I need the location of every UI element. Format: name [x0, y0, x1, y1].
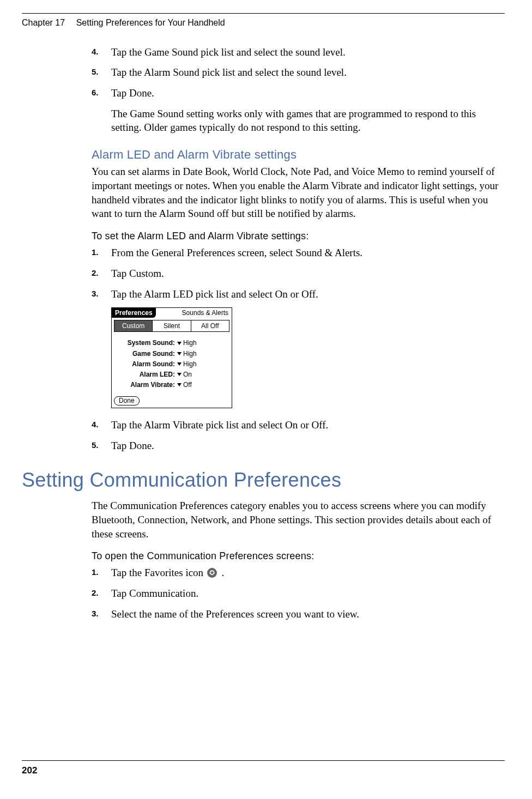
palm-row-alarm: Alarm Sound: High: [115, 360, 228, 368]
step: 1. Tap the Favorites icon ✪ .: [92, 566, 501, 580]
palm-tab-silent[interactable]: Silent: [152, 320, 190, 331]
step-text: Tap the Favorites icon: [111, 567, 206, 578]
chevron-down-icon: [177, 362, 182, 366]
step-text: Tap the Alarm Vibrate pick list and sele…: [111, 418, 501, 432]
step-text: Tap the Game Sound pick list and select …: [111, 45, 501, 59]
step-text: Tap Custom.: [111, 267, 501, 281]
palm-row-led: Alarm LED: On: [115, 370, 228, 379]
step-text: Tap the Alarm Sound pick list and select…: [111, 65, 501, 80]
step-text: Tap the Alarm LED pick list and select O…: [111, 287, 501, 301]
chapter-title: Setting Preferences for Your Handheld: [76, 18, 225, 27]
section-heading-alarm: Alarm LED and Alarm Vibrate settings: [92, 147, 501, 163]
section-heading-communication: Setting Communication Preferences: [22, 467, 505, 494]
palm-label: Alarm LED:: [115, 370, 177, 379]
palm-picklist-led[interactable]: On: [177, 370, 192, 379]
palm-category: Sounds & Alerts: [179, 308, 232, 318]
step: 3. Tap the Alarm LED pick list and selec…: [92, 287, 501, 301]
step-number: 3.: [92, 288, 99, 299]
palm-picklist-alarm[interactable]: High: [177, 360, 197, 368]
chapter-number: Chapter 17: [22, 18, 65, 27]
palm-row-vibrate: Alarm Vibrate: Off: [115, 380, 228, 389]
palm-label: System Sound:: [115, 338, 177, 347]
step-text: Tap Communication.: [111, 586, 501, 601]
step-number: 5.: [92, 66, 99, 77]
palm-screenshot: Preferences Sounds & Alerts Custom Silen…: [111, 307, 232, 408]
step-text: Select the name of the Preferences scree…: [111, 607, 501, 621]
procedure-heading: To set the Alarm LED and Alarm Vibrate s…: [92, 229, 501, 243]
palm-tab-custom[interactable]: Custom: [114, 320, 152, 331]
step: 1. From the General Preferences screen, …: [92, 246, 501, 260]
step-number: 2.: [92, 268, 99, 279]
step: 3. Select the name of the Preferences sc…: [92, 607, 501, 621]
step: 5. Tap Done.: [92, 439, 501, 453]
palm-tabs: Custom Silent All Off: [114, 320, 229, 332]
step-text: Tap Done.: [111, 439, 501, 453]
palm-picklist-system[interactable]: High: [177, 338, 197, 347]
favorites-icon: ✪: [207, 568, 217, 578]
step-number: 4.: [92, 419, 99, 430]
palm-row-game: Game Sound: High: [115, 349, 228, 358]
step-number: 5.: [92, 440, 99, 451]
step: 5. Tap the Alarm Sound pick list and sel…: [92, 65, 501, 80]
palm-title: Preferences: [112, 308, 156, 318]
step: 2. Tap Communication.: [92, 586, 501, 601]
step-number: 2.: [92, 588, 99, 598]
body-paragraph: You can set alarms in Date Book, World C…: [92, 165, 501, 221]
step-text: .: [222, 567, 225, 578]
chevron-down-icon: [177, 383, 182, 386]
step: 4. Tap the Alarm Vibrate pick list and s…: [92, 418, 501, 432]
chevron-down-icon: [177, 373, 182, 376]
step-text: From the General Preferences screen, sel…: [111, 246, 501, 260]
step: 6. Tap Done.: [92, 86, 501, 100]
page-number: 202: [22, 765, 37, 777]
step-number: 1.: [92, 247, 99, 258]
step-number: 1.: [92, 567, 99, 578]
palm-label: Alarm Vibrate:: [115, 380, 177, 389]
chevron-down-icon: [177, 342, 182, 345]
palm-picklist-vibrate[interactable]: Off: [177, 380, 192, 389]
step-number: 3.: [92, 608, 99, 619]
palm-label: Game Sound:: [115, 349, 177, 358]
step-text: Tap Done.: [111, 86, 501, 100]
step: 4. Tap the Game Sound pick list and sele…: [92, 45, 501, 59]
palm-done-button[interactable]: Done: [114, 396, 140, 405]
step: 2. Tap Custom.: [92, 267, 501, 281]
palm-label: Alarm Sound:: [115, 360, 177, 368]
note-paragraph: The Game Sound setting works only with g…: [111, 107, 501, 135]
palm-tab-alloff[interactable]: All Off: [191, 320, 229, 331]
palm-picklist-game[interactable]: High: [177, 349, 197, 358]
palm-row-system: System Sound: High: [115, 338, 228, 347]
procedure-heading: To open the Communication Preferences sc…: [92, 549, 501, 562]
step-number: 4.: [92, 46, 99, 57]
chevron-down-icon: [177, 352, 182, 355]
running-head: Chapter 17 Setting Preferences for Your …: [22, 17, 505, 29]
body-paragraph: The Communication Preferences category e…: [92, 499, 501, 541]
step-number: 6.: [92, 87, 99, 98]
